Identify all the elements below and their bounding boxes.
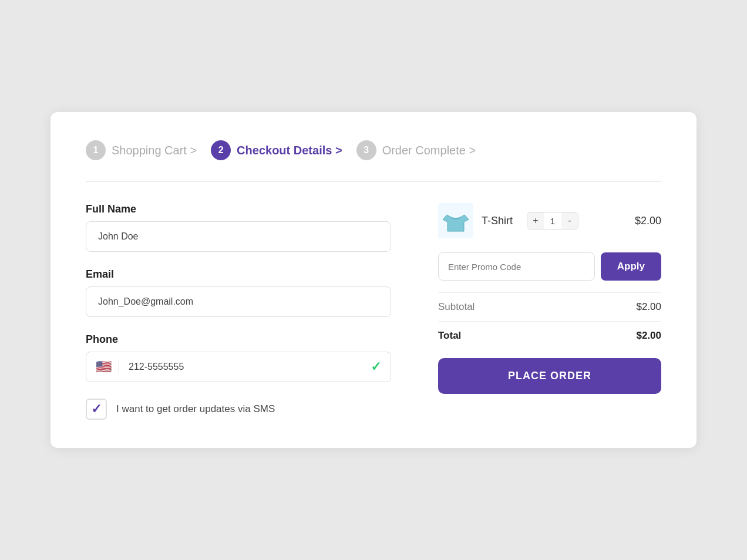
- sms-checkbox-label: I want to get order updates via SMS: [116, 403, 275, 415]
- full-name-group: Full Name: [86, 203, 391, 252]
- qty-decrease-button[interactable]: +: [527, 212, 544, 229]
- qty-value: 1: [544, 216, 561, 226]
- step-2: 2 Checkout Details >: [211, 140, 342, 160]
- place-order-button[interactable]: PLACE ORDER: [438, 358, 661, 394]
- quantity-control: + 1 -: [527, 212, 578, 230]
- cart-item-name: T-Shirt: [482, 215, 513, 227]
- phone-valid-icon: ✓: [371, 359, 381, 375]
- step-3: 3 Order Complete >: [356, 140, 476, 160]
- phone-group: Phone 🇺🇸 ✓: [86, 333, 391, 382]
- step-1-label: Shopping Cart >: [112, 144, 197, 157]
- phone-input-wrapper: 🇺🇸 ✓: [86, 352, 391, 382]
- left-column: Full Name Email Phone 🇺🇸 ✓: [86, 203, 391, 420]
- step-3-num: 3: [356, 140, 376, 160]
- step-3-label: Order Complete >: [382, 144, 476, 157]
- apply-button[interactable]: Apply: [601, 252, 661, 281]
- steps-nav: 1 Shopping Cart > 2 Checkout Details > 3…: [86, 140, 661, 160]
- phone-input[interactable]: [129, 362, 371, 372]
- step-1: 1 Shopping Cart >: [86, 140, 197, 160]
- tshirt-image: [438, 203, 473, 238]
- cart-item-price: $2.00: [635, 215, 661, 227]
- phone-divider: [119, 360, 119, 374]
- section-divider: [86, 181, 661, 182]
- step-2-label: Checkout Details >: [237, 144, 342, 157]
- cart-item: T-Shirt + 1 - $2.00: [438, 203, 661, 238]
- sms-checkbox[interactable]: ✓: [86, 399, 107, 420]
- checkout-card: 1 Shopping Cart > 2 Checkout Details > 3…: [51, 112, 696, 448]
- right-column: T-Shirt + 1 - $2.00 Apply Subtotal $2.00: [438, 203, 661, 420]
- qty-increase-button[interactable]: -: [561, 212, 578, 229]
- flag-icon: 🇺🇸: [96, 359, 112, 375]
- sms-checkbox-row: ✓ I want to get order updates via SMS: [86, 399, 391, 420]
- email-input[interactable]: [86, 286, 391, 317]
- cart-item-left: T-Shirt + 1 -: [438, 203, 578, 238]
- step-2-num: 2: [211, 140, 231, 160]
- phone-label: Phone: [86, 333, 391, 346]
- checkbox-check-icon: ✓: [91, 402, 102, 417]
- subtotal-row: Subtotal $2.00: [438, 292, 661, 321]
- total-label: Total: [438, 330, 461, 342]
- total-row: Total $2.00: [438, 321, 661, 350]
- promo-code-input[interactable]: [438, 252, 595, 281]
- full-name-label: Full Name: [86, 203, 391, 215]
- subtotal-value: $2.00: [636, 301, 661, 313]
- email-group: Email: [86, 268, 391, 317]
- main-content: Full Name Email Phone 🇺🇸 ✓: [86, 203, 661, 420]
- step-1-num: 1: [86, 140, 106, 160]
- promo-row: Apply: [438, 252, 661, 281]
- total-value: $2.00: [636, 330, 661, 342]
- full-name-input[interactable]: [86, 221, 391, 252]
- email-label: Email: [86, 268, 391, 281]
- subtotal-label: Subtotal: [438, 301, 475, 313]
